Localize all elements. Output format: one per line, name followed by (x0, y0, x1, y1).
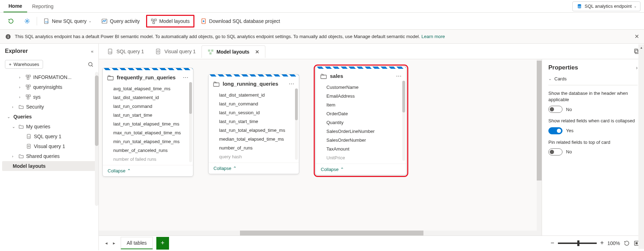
explorer-header: Explorer « (0, 48, 98, 58)
tree-item-model-layouts[interactable]: Model layouts (2, 161, 96, 171)
all-tables-tab[interactable]: All tables (121, 237, 153, 249)
scrollbar-thumb[interactable] (240, 231, 423, 235)
more-icon[interactable]: ⋯ (183, 74, 189, 81)
ctab-model-layouts[interactable]: Model layouts ✕ (201, 45, 265, 58)
tree-item-queryinsights[interactable]: › queryinsights (2, 82, 96, 92)
scrollbar-thumb[interactable] (95, 75, 98, 146)
field-item[interactable]: last_run_total_elapsed_time_ms (103, 120, 193, 128)
field-item[interactable]: Item (316, 100, 406, 109)
field-item[interactable]: number_of_canceled_runs (103, 146, 193, 155)
search-icon[interactable] (88, 62, 94, 67)
model-layouts-button[interactable]: Model layouts (146, 15, 194, 27)
field-item[interactable]: SalesOrderLineNumber (316, 127, 406, 136)
svg-rect-33 (634, 49, 638, 53)
tree-label: queryinsights (33, 84, 62, 90)
field-item[interactable]: number_of_runs (209, 143, 299, 152)
field-item[interactable]: last_run_session_id (209, 108, 299, 117)
reset-zoom-icon[interactable] (624, 240, 630, 246)
svg-rect-14 (27, 78, 29, 79)
scrollbar-thumb[interactable] (537, 61, 542, 180)
canvas-horizontal-scrollbar[interactable] (99, 231, 537, 235)
ctab-visual-query-1[interactable]: Visual query 1 (150, 45, 201, 57)
field-item[interactable]: query hash (209, 152, 299, 161)
add-layout-button[interactable]: + (156, 237, 169, 250)
field-item[interactable]: CustomerName (316, 83, 406, 92)
svg-rect-27 (156, 49, 160, 54)
table-card-sales[interactable]: sales ⋯ CustomerName EmailAddress Item O… (315, 66, 407, 175)
scroll-up-icon[interactable]: ▴ (638, 44, 644, 50)
tree-item-security[interactable]: › Security (2, 102, 96, 112)
collapse-button[interactable]: Collapse ⌃ (209, 163, 299, 174)
toggle-show-related[interactable] (548, 127, 562, 134)
collapse-explorer-icon[interactable]: « (91, 49, 94, 54)
close-icon[interactable]: ✕ (634, 33, 639, 40)
field-item[interactable]: last_run_start_time (103, 111, 193, 120)
tree-label: Model layouts (13, 163, 46, 169)
field-item[interactable]: last_dist_statement_id (103, 93, 193, 102)
explorer-scrollbar[interactable] (95, 72, 98, 206)
field-item[interactable]: min_run_total_elapsed_time_ms (103, 137, 193, 146)
cards-section-header[interactable]: ⌄ Cards (548, 71, 638, 85)
field-item[interactable]: median_total_elapsed_time_ms (209, 135, 299, 143)
toggle-show-database[interactable] (548, 106, 562, 113)
model-canvas[interactable]: frequently_run_queries ⋯ avg_total_elaps… (99, 59, 542, 235)
field-item[interactable]: SalesOrderNumber (316, 136, 406, 145)
toggle-pin-related[interactable] (548, 148, 562, 155)
field-item[interactable]: last_run_total_elapsed_time_ms (209, 126, 299, 135)
field-item[interactable]: last_run_command (209, 99, 299, 108)
tab-reporting[interactable]: Reporting (27, 0, 59, 12)
add-warehouses-button[interactable]: + Warehouses (5, 60, 43, 69)
card-scrollbar[interactable] (295, 88, 298, 160)
field-item[interactable]: EmailAddress (316, 92, 406, 100)
field-item[interactable]: last_dist_statement_id (209, 91, 299, 99)
scrollbar-thumb[interactable] (189, 82, 192, 114)
zoom-slider[interactable] (558, 243, 597, 244)
tree-item-sys[interactable]: › sys (2, 92, 96, 102)
more-icon[interactable]: ⋯ (289, 80, 295, 87)
gear-icon (24, 18, 30, 24)
download-project-button[interactable]: Download SQL database project (197, 16, 284, 26)
collapse-button[interactable]: Collapse ⌃ (316, 164, 406, 175)
tree-item-queries[interactable]: ⌄ Queries (2, 112, 96, 122)
scrollbar-thumb[interactable] (402, 81, 405, 112)
tree-item-sql-query-1[interactable]: SQL SQL query 1 (2, 131, 96, 141)
close-tab-icon[interactable]: ✕ (255, 49, 259, 55)
field-item[interactable]: UnitPrice (316, 153, 406, 162)
right-ribbon-scrollbar[interactable]: ▴ (638, 44, 644, 249)
field-item[interactable]: max_run_total_elapsed_time_ms (103, 128, 193, 137)
expand-icon[interactable]: › (636, 65, 638, 71)
field-item[interactable]: TaxAmount (316, 145, 406, 153)
learn-more-link[interactable]: Learn more (421, 34, 445, 39)
scrollbar-thumb[interactable] (295, 88, 298, 120)
tree-item-shared-queries[interactable]: › Shared queries (2, 151, 96, 161)
field-item[interactable]: avg_total_elapsed_time_ms (103, 84, 193, 93)
new-sql-query-button[interactable]: SQL New SQL query ⌄ (40, 16, 95, 26)
nav-next-icon[interactable]: ▸ (111, 240, 117, 246)
nav-prev-icon[interactable]: ◂ (103, 240, 109, 246)
refresh-button[interactable] (4, 16, 18, 26)
field-item[interactable]: number of failed runs (103, 155, 193, 164)
toggle-value: No (566, 107, 572, 112)
field-item[interactable]: last_run_command (103, 102, 193, 111)
zoom-in-icon[interactable]: + (600, 239, 604, 247)
tree-item-visual-query-1[interactable]: Visual query 1 (2, 141, 96, 151)
more-icon[interactable]: ⋯ (396, 73, 402, 79)
table-card-frequently-run-queries[interactable]: frequently_run_queries ⋯ avg_total_elaps… (102, 68, 193, 177)
table-card-long-running-queries[interactable]: long_running_queries ⋯ last_dist_stateme… (208, 74, 299, 174)
field-item[interactable]: last_run_start_time (209, 117, 299, 126)
settings-button[interactable] (20, 16, 34, 26)
field-item[interactable]: Quantity (316, 118, 406, 127)
tree-item-information[interactable]: › INFORMATION... (2, 72, 96, 82)
field-item[interactable]: OrderDate (316, 109, 406, 118)
card-scrollbar[interactable] (189, 82, 192, 162)
tab-home[interactable]: Home (4, 0, 27, 12)
ctab-sql-query-1[interactable]: SQL SQL query 1 (102, 45, 150, 57)
canvas-vertical-scrollbar[interactable] (537, 59, 542, 235)
zoom-out-icon[interactable]: − (550, 239, 554, 247)
card-scrollbar[interactable] (402, 81, 405, 161)
query-activity-button[interactable]: Query activity (98, 16, 143, 26)
slider-thumb[interactable] (577, 240, 579, 246)
tree-item-my-queries[interactable]: ⌄ My queries (2, 122, 96, 131)
endpoint-dropdown[interactable]: SQL analytics endpoint ⌄ (572, 1, 640, 11)
collapse-button[interactable]: Collapse ⌃ (103, 165, 193, 176)
